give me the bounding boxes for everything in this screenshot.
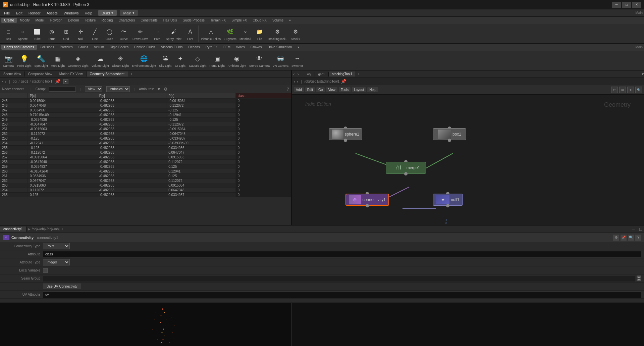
node-connectivity1[interactable]: ⊛ connectivity1 [345,194,389,206]
menu-render[interactable]: Render [26,10,43,16]
right-path-forward[interactable]: › [297,79,298,84]
tab-constraints[interactable]: Constraints [138,18,160,23]
minimize-button[interactable]: ─ [612,2,621,8]
tab-grains[interactable]: Grains [76,45,91,50]
tab-create[interactable]: Create [1,18,17,23]
build-button[interactable]: Build ▾ [98,10,116,16]
view-button[interactable]: View [326,87,337,92]
tab-drive[interactable]: Drive Simulation [265,45,295,50]
tool-font[interactable]: A Font [183,27,197,41]
group-input[interactable] [49,87,76,92]
tab-particles[interactable]: Particles [57,45,75,50]
view-dropdown[interactable]: View [85,86,102,92]
tool-metaball[interactable]: ⚬ Metaball [238,27,252,41]
table-row[interactable]: 259 -0.0334937 -0.482963 0.125 0 [0,164,291,169]
attribute-type-dropdown[interactable]: Integer Float String [43,259,70,265]
menu-help[interactable]: Help [82,10,95,16]
tool-camera[interactable]: 📷 Camera [1,53,15,68]
bottom-path-obj2[interactable]: /obj [39,227,45,231]
table-row[interactable]: 257 -0.0915064 -0.482963 0.0915063 0 [0,155,291,160]
scissors-icon[interactable]: ✂ [611,87,618,93]
tab-polygon[interactable]: Polygon [48,18,65,23]
table-row[interactable]: 261 0.0334936 -0.482963 0.125 0 [0,174,291,179]
table-row[interactable]: 264 0.112072 -0.482963 0.0647048 0 [0,188,291,193]
local-variable-checkbox[interactable] [43,268,48,273]
tab-sceneview[interactable]: Scene View [0,71,25,77]
use-uv-button[interactable]: Use UV Connectivity [43,284,81,289]
tab-lights[interactable]: Lights and Cameras [1,45,37,50]
tool-path[interactable]: → Path [150,27,164,41]
tool-switcher[interactable]: ↔ Switcher [290,53,305,68]
help-button-right[interactable]: Help [367,87,378,92]
bottom-maximize-btn[interactable]: □ [637,227,644,232]
seam-up[interactable]: ▲ [637,276,641,278]
tool-stacking2[interactable]: ⚙ Stack1 [288,27,303,41]
tool-skylight[interactable]: 🌤 Sky Light [158,53,173,68]
path-obj[interactable]: obj [13,80,17,83]
path-stacking[interactable]: stackingTool1 [32,80,53,83]
tool-lsystem[interactable]: 🌿 L-System [222,27,238,41]
table-row[interactable]: 254 -0.12941 -0.482963 -5.03939e-09 0 [0,141,291,146]
add-button[interactable]: Add [294,87,304,92]
zoom-header-btn[interactable]: 🔍 [628,235,634,241]
tab-simple[interactable]: Simple FX [229,18,250,23]
tool-drawcurve[interactable]: ✏ Draw Curve [131,27,150,41]
grid-view-icon[interactable]: ⊞ [619,87,626,93]
bottom-minimize-btn[interactable]: ─ [630,227,637,232]
add-tab-button[interactable]: + [128,71,135,77]
tool-geolight[interactable]: ◈ Geometry Light [66,53,90,68]
tab-terrain[interactable]: Terrain FX [208,18,228,23]
bottom-path-obj1[interactable]: /obj [32,227,37,231]
node-merge1[interactable]: ⛙ merge1 [386,162,426,174]
tool-pointlight[interactable]: 💡 Point Light [16,53,33,68]
tab-pyro[interactable]: Pyro FX [203,45,220,50]
settings-button[interactable]: ⚙ [164,87,168,92]
uv-attribute-input[interactable] [43,291,641,298]
tab-crowds[interactable]: Crowds [248,45,265,50]
tab-settings-button[interactable]: ▾ [63,79,68,84]
tab-characters[interactable]: Characters [116,18,138,23]
back-button[interactable]: ‹ [2,79,3,84]
tab-viscous[interactable]: Viscous Fluids [158,45,185,50]
menu-edit[interactable]: Edit [13,10,25,16]
attribute-input[interactable] [43,251,641,258]
table-row[interactable]: 252 -0.112072 -0.482963 -0.0647048 0 [0,132,291,136]
tool-spotlight[interactable]: 🔦 Spot Light [33,53,50,68]
tool-ambientlight[interactable]: ◉ Ambient Light [226,53,248,68]
tab-stacking[interactable]: stackingTool1 [329,71,356,77]
table-row[interactable]: 258 -0.0647048 -0.482963 0.112072 0 [0,160,291,164]
path-geo1[interactable]: geo1 [21,80,28,83]
tab-vellum[interactable]: Vellum [91,45,107,50]
tab-texture[interactable]: Texture [82,18,99,23]
tab-rigidbodies[interactable]: Rigid Bodies [107,45,131,50]
node-sphere1[interactable]: sphere1 [329,128,362,140]
go-button[interactable]: Go [316,87,325,92]
tab-cloud[interactable]: Cloud FX [250,18,269,23]
tab-hairutils[interactable]: Hair Utils [161,18,180,23]
tab-compositeview[interactable]: Composite View [25,71,56,77]
maximize-button[interactable]: □ [622,2,631,8]
col-py[interactable]: P[y] [97,93,166,99]
tab-guide[interactable]: Guide Process [180,18,207,23]
tool-spraypaint[interactable]: 🖌 Spray Paint [165,27,183,41]
tool-circle[interactable]: ◯ Circle [102,27,116,41]
help-button[interactable]: ? [287,87,289,92]
tab-collisions[interactable]: Collisions [37,45,57,50]
right-path-obj[interactable]: /obj/geo1/stackingTool1 [305,80,340,83]
right-path-back[interactable]: ‹ [294,79,295,84]
tab-wires[interactable]: Wires [233,45,248,50]
tool-stackingtool[interactable]: ⚙ stackingTool1 [267,27,288,41]
right-forward-button[interactable]: › [296,71,300,77]
tool-torus[interactable]: ◎ Torus [45,27,59,41]
right-add-tab[interactable]: + [356,71,361,77]
tool-stereocamera[interactable]: 👁 Stereo Camera [248,53,271,68]
tool-distantlight[interactable]: ☀ Distant Light [111,53,130,68]
table-row[interactable]: 265 0.125 -0.482963 0.0334937 0 [0,193,291,197]
intrinsics-dropdown[interactable]: Intrinsics [106,86,130,92]
bottom-path-obj3[interactable]: /obj [47,227,52,231]
tools-button[interactable]: Tools [339,87,351,92]
forward-button[interactable]: › [5,79,6,84]
table-row[interactable]: 251 -0.0915063 -0.482963 -0.0915064 0 [0,127,291,132]
table-row[interactable]: 253 -0.125 -0.482963 -0.0334937 0 [0,136,291,141]
menu-file[interactable]: File [1,10,13,16]
